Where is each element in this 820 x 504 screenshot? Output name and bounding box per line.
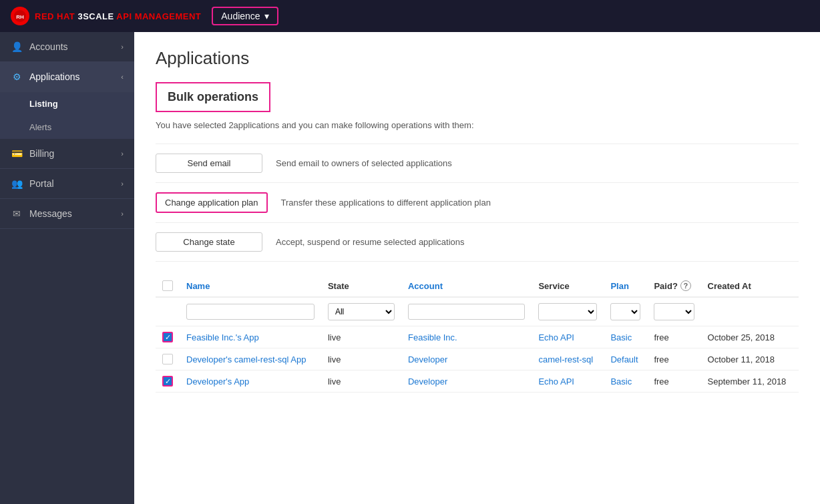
op-send-email-row: Send email Send email to owners of selec… xyxy=(156,144,799,183)
col-paid-label: Paid? xyxy=(654,281,677,291)
row-2-created-at: September 11, 2018 xyxy=(701,370,799,393)
filter-state-select[interactable]: All live suspended xyxy=(328,303,395,320)
col-paid[interactable]: Paid? ? xyxy=(647,275,700,297)
sidebar-item-applications[interactable]: ⚙ Applications ‹ xyxy=(0,62,134,92)
row-2-service-cell: Echo API xyxy=(532,370,604,393)
send-email-button[interactable]: Send email xyxy=(156,154,262,173)
col-plan[interactable]: Plan xyxy=(604,275,647,297)
filter-name-input[interactable] xyxy=(186,304,315,320)
row-2-paid: free xyxy=(647,370,700,393)
op-change-state-row: Change state Accept, suspend or resume s… xyxy=(156,223,799,262)
row-1-created-at: October 11, 2018 xyxy=(701,348,799,370)
audience-label: Audience xyxy=(221,11,260,21)
col-account[interactable]: Account xyxy=(401,275,532,297)
bulk-operations-title: Bulk operations xyxy=(168,90,258,103)
billing-chevron-icon: › xyxy=(121,150,124,158)
applications-table: Name State Account Service Plan xyxy=(156,275,799,393)
accounts-chevron-icon: › xyxy=(121,43,124,51)
sidebar-sub-label-alerts: Alerts xyxy=(29,122,51,132)
sidebar-sub-label-listing: Listing xyxy=(29,99,58,109)
row-2-service-link[interactable]: Echo API xyxy=(538,376,574,387)
filter-account-input[interactable] xyxy=(408,304,525,320)
change-state-button[interactable]: Change state xyxy=(156,232,262,252)
col-state[interactable]: State xyxy=(321,275,401,297)
row-0-account-cell: Feasible Inc. xyxy=(401,326,532,348)
table-filter-row: All live suspended xyxy=(156,297,799,326)
sidebar-sub-menu: Listing Alerts xyxy=(0,92,134,139)
table-row: Feasible Inc.'s AppliveFeasible Inc.Echo… xyxy=(156,326,799,348)
sidebar-item-billing[interactable]: 💳 Billing › xyxy=(0,139,134,169)
filter-paid-select[interactable] xyxy=(654,303,694,320)
bulk-operations-box: Bulk operations xyxy=(156,82,270,112)
change-plan-desc: Transfer these applications to different… xyxy=(281,198,491,208)
messages-chevron-icon: › xyxy=(121,210,124,218)
sidebar-item-portal[interactable]: 👥 Portal › xyxy=(0,169,134,199)
change-application-plan-button[interactable]: Change application plan xyxy=(156,192,268,213)
op-change-plan-row: Change application plan Transfer these a… xyxy=(156,183,799,223)
filter-name-cell xyxy=(180,297,321,326)
row-0-service-link[interactable]: Echo API xyxy=(538,332,574,342)
paid-help-icon[interactable]: ? xyxy=(680,280,691,291)
billing-icon: 💳 xyxy=(11,148,23,159)
brand-icon: RH xyxy=(11,7,29,25)
row-2-state: live xyxy=(321,370,401,393)
select-all-checkbox[interactable] xyxy=(162,280,173,291)
col-service[interactable]: Service xyxy=(532,275,604,297)
sidebar-item-accounts[interactable]: 👤 Accounts › xyxy=(0,32,134,62)
col-checkbox xyxy=(156,275,180,297)
row-0-state: live xyxy=(321,326,401,348)
sidebar: 👤 Accounts › ⚙ Applications ‹ Listing Al… xyxy=(0,32,134,504)
filter-service-select[interactable] xyxy=(538,303,597,320)
row-1-account-cell: Developer xyxy=(401,348,532,370)
portal-icon: 👥 xyxy=(11,178,23,189)
operations-list: Send email Send email to owners of selec… xyxy=(156,144,799,262)
filter-account-cell xyxy=(401,297,532,326)
change-state-desc: Accept, suspend or resume selected appli… xyxy=(276,237,465,247)
row-1-name-link[interactable]: Developer's camel-rest-sql App xyxy=(186,354,306,364)
row-2-account-cell: Developer xyxy=(401,370,532,393)
filter-plan-cell xyxy=(604,297,647,326)
row-0-name-link[interactable]: Feasible Inc.'s App xyxy=(186,332,259,342)
sidebar-label-messages: Messages xyxy=(29,208,72,219)
page-title: Applications xyxy=(156,48,799,69)
row-0-plan-cell: Basic xyxy=(604,326,647,348)
table-body: Feasible Inc.'s AppliveFeasible Inc.Echo… xyxy=(156,326,799,393)
sidebar-label-applications: Applications xyxy=(29,71,80,82)
row-1-checkbox[interactable] xyxy=(162,354,173,364)
sidebar-label-accounts: Accounts xyxy=(29,41,68,52)
row-2-plan-cell: Basic xyxy=(604,370,647,393)
col-account-label: Account xyxy=(408,281,443,291)
applications-chevron-icon: ‹ xyxy=(121,73,124,81)
filter-service-cell xyxy=(532,297,604,326)
row-1-service-cell: camel-rest-sql xyxy=(532,348,604,370)
row-1-account-link[interactable]: Developer xyxy=(408,354,447,364)
row-2-checkbox-cell xyxy=(156,370,180,393)
col-name[interactable]: Name xyxy=(180,275,321,297)
row-1-service-link[interactable]: camel-rest-sql xyxy=(538,354,593,364)
col-created-at[interactable]: Created At xyxy=(701,275,799,297)
bulk-operations-description: You have selected 2applications and you … xyxy=(156,120,799,130)
row-2-plan-link[interactable]: Basic xyxy=(610,376,632,387)
row-0-checkbox[interactable] xyxy=(162,332,173,342)
audience-dropdown-button[interactable]: Audience ▾ xyxy=(212,7,278,25)
row-1-plan-cell: Default xyxy=(604,348,647,370)
audience-chevron-icon: ▾ xyxy=(264,11,269,21)
top-navigation: RH RED HAT 3SCALE API MANAGEMENT Audienc… xyxy=(0,0,820,32)
row-0-account-link[interactable]: Feasible Inc. xyxy=(408,332,457,342)
row-2-account-link[interactable]: Developer xyxy=(408,376,447,387)
row-2-checkbox[interactable] xyxy=(162,376,173,387)
sidebar-item-messages[interactable]: ✉ Messages › xyxy=(0,199,134,229)
sidebar-item-listing[interactable]: Listing xyxy=(0,92,134,115)
main-content: Applications Bulk operations You have se… xyxy=(134,32,820,504)
row-2-name-cell: Developer's App xyxy=(180,370,321,393)
row-1-plan-link[interactable]: Default xyxy=(610,354,638,364)
applications-icon: ⚙ xyxy=(11,71,23,82)
row-2-name-link[interactable]: Developer's App xyxy=(186,376,249,387)
accounts-icon: 👤 xyxy=(11,41,23,52)
brand-logo: RH RED HAT 3SCALE API MANAGEMENT xyxy=(11,7,201,25)
col-plan-label: Plan xyxy=(610,281,628,291)
row-0-plan-link[interactable]: Basic xyxy=(610,332,632,342)
filter-plan-select[interactable] xyxy=(610,303,640,320)
col-created-at-label: Created At xyxy=(708,281,751,291)
sidebar-item-alerts[interactable]: Alerts xyxy=(0,115,134,139)
